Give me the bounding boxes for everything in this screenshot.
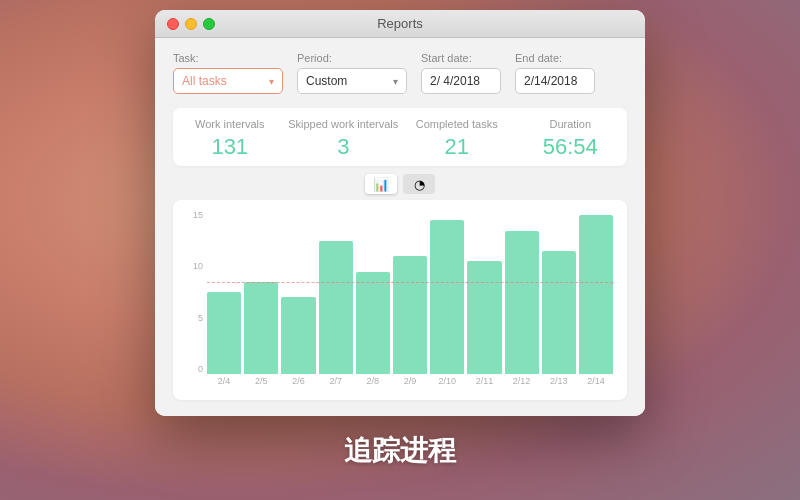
pie-chart-toggle[interactable]: ◔ xyxy=(403,174,435,194)
bars-container xyxy=(207,210,613,374)
bar xyxy=(430,220,464,374)
chart-area: 151050 2/42/52/62/72/82/92/102/112/122/1… xyxy=(173,200,627,400)
work-intervals-stat: Work intervals 131 xyxy=(173,118,287,160)
y-axis-labels: 151050 xyxy=(183,210,203,374)
bar-column xyxy=(579,210,613,374)
controls-row: Task: All tasks ▾ Period: Custom ▾ Start… xyxy=(173,52,627,94)
bar-chart-icon: 📊 xyxy=(373,177,389,192)
task-value: All tasks xyxy=(182,74,227,88)
period-value: Custom xyxy=(306,74,347,88)
period-chevron-icon: ▾ xyxy=(393,76,398,87)
window-title: Reports xyxy=(377,16,423,31)
x-label: 2/12 xyxy=(505,376,539,394)
skipped-stat: Skipped work intervals 3 xyxy=(287,118,401,160)
bar-column xyxy=(207,210,241,374)
bar-column xyxy=(281,210,315,374)
bar-column xyxy=(244,210,278,374)
x-axis-labels: 2/42/52/62/72/82/92/102/112/122/132/14 xyxy=(207,376,613,394)
duration-label: Duration xyxy=(514,118,628,130)
bar-column xyxy=(542,210,576,374)
task-group: Task: All tasks ▾ xyxy=(173,52,283,94)
start-date-input[interactable]: 2/ 4/2018 xyxy=(421,68,501,94)
bar xyxy=(319,241,353,374)
task-chevron-icon: ▾ xyxy=(269,76,274,87)
start-date-group: Start date: 2/ 4/2018 xyxy=(421,52,501,94)
close-button[interactable] xyxy=(167,18,179,30)
bar-column xyxy=(356,210,390,374)
chart-toggle: 📊 ◔ xyxy=(173,174,627,194)
start-date-label: Start date: xyxy=(421,52,501,64)
reference-line xyxy=(207,282,613,283)
x-label: 2/7 xyxy=(319,376,353,394)
bar xyxy=(467,261,501,374)
bar-column xyxy=(467,210,501,374)
y-label: 0 xyxy=(198,364,203,374)
y-label: 15 xyxy=(193,210,203,220)
bar-column xyxy=(319,210,353,374)
bar xyxy=(356,272,390,375)
x-label: 2/10 xyxy=(430,376,464,394)
x-label: 2/11 xyxy=(467,376,501,394)
end-date-input[interactable]: 2/14/2018 xyxy=(515,68,595,94)
x-label: 2/9 xyxy=(393,376,427,394)
x-label: 2/13 xyxy=(542,376,576,394)
period-group: Period: Custom ▾ xyxy=(297,52,407,94)
x-label: 2/6 xyxy=(281,376,315,394)
end-date-group: End date: 2/14/2018 xyxy=(515,52,595,94)
y-label: 10 xyxy=(193,261,203,271)
completed-label: Completed tasks xyxy=(400,118,514,130)
bar xyxy=(281,297,315,374)
period-select[interactable]: Custom ▾ xyxy=(297,68,407,94)
bar xyxy=(207,292,241,374)
minimize-button[interactable] xyxy=(185,18,197,30)
bar xyxy=(393,256,427,374)
x-label: 2/4 xyxy=(207,376,241,394)
skipped-label: Skipped work intervals xyxy=(287,118,401,130)
stats-row: Work intervals 131 Skipped work interval… xyxy=(173,108,627,166)
traffic-lights xyxy=(167,18,215,30)
work-intervals-label: Work intervals xyxy=(173,118,287,130)
x-label: 2/14 xyxy=(579,376,613,394)
bar-chart-toggle[interactable]: 📊 xyxy=(365,174,397,194)
titlebar: Reports xyxy=(155,10,645,38)
task-label: Task: xyxy=(173,52,283,64)
x-label: 2/8 xyxy=(356,376,390,394)
bar xyxy=(579,215,613,374)
bar-column xyxy=(393,210,427,374)
pie-chart-icon: ◔ xyxy=(414,177,425,192)
maximize-button[interactable] xyxy=(203,18,215,30)
skipped-value: 3 xyxy=(287,134,401,160)
subtitle: 追踪进程 xyxy=(344,432,456,470)
bar-column xyxy=(505,210,539,374)
duration-stat: Duration 56:54 xyxy=(514,118,628,160)
completed-stat: Completed tasks 21 xyxy=(400,118,514,160)
work-intervals-value: 131 xyxy=(173,134,287,160)
bar-column xyxy=(430,210,464,374)
bar xyxy=(244,282,278,374)
bar xyxy=(542,251,576,374)
x-label: 2/5 xyxy=(244,376,278,394)
end-date-label: End date: xyxy=(515,52,595,64)
main-content: Task: All tasks ▾ Period: Custom ▾ Start… xyxy=(155,38,645,416)
period-label: Period: xyxy=(297,52,407,64)
y-label: 5 xyxy=(198,313,203,323)
duration-value: 56:54 xyxy=(514,134,628,160)
chart-inner: 151050 2/42/52/62/72/82/92/102/112/122/1… xyxy=(183,210,617,394)
task-select[interactable]: All tasks ▾ xyxy=(173,68,283,94)
bar xyxy=(505,231,539,375)
reports-window: Reports Task: All tasks ▾ Period: Custom… xyxy=(155,10,645,416)
completed-value: 21 xyxy=(400,134,514,160)
